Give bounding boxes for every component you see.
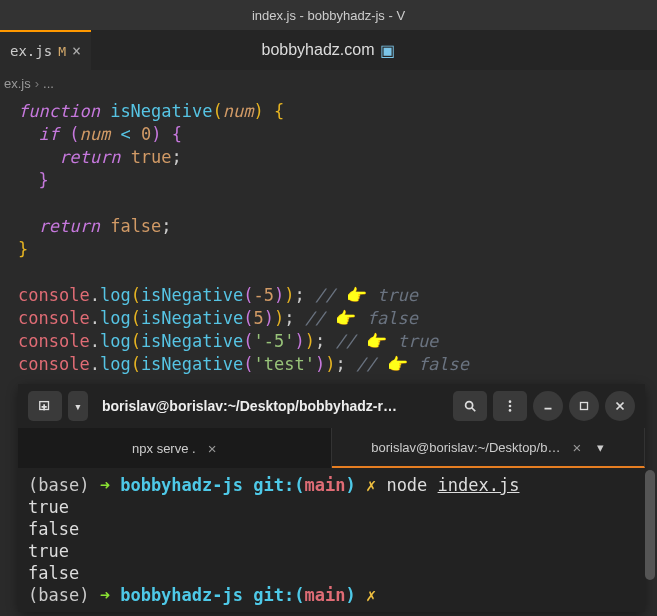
terminal-line: (base) ➜ bobbyhadz-js git:(main) ✗ node … bbox=[28, 474, 635, 496]
code-editor[interactable]: function isNegative(num) { if (num < 0) … bbox=[0, 96, 657, 380]
close-icon bbox=[613, 399, 627, 413]
tab-modified-badge: M bbox=[58, 44, 66, 59]
terminal-output: true bbox=[28, 540, 635, 562]
editor-tab-bar: ex.js M × bobbyhadz.com ▣ bbox=[0, 30, 657, 70]
scrollbar[interactable] bbox=[645, 470, 655, 580]
terminal-tab-bar: npx serve . × borislav@borislav:~/Deskto… bbox=[18, 428, 645, 468]
new-tab-icon bbox=[38, 399, 52, 413]
cube-icon: ▣ bbox=[380, 41, 395, 60]
close-window-button[interactable] bbox=[605, 391, 635, 421]
svg-rect-8 bbox=[545, 408, 552, 410]
svg-point-5 bbox=[509, 400, 512, 403]
chevron-down-icon: ▾ bbox=[74, 399, 82, 414]
terminal-tab-label: borislav@borislav:~/Desktop/b… bbox=[371, 440, 560, 455]
breadcrumb[interactable]: ex.js › ... bbox=[0, 70, 657, 96]
svg-point-7 bbox=[509, 409, 512, 412]
svg-rect-9 bbox=[581, 403, 588, 410]
search-button[interactable] bbox=[453, 391, 487, 421]
tab-filename: ex.js bbox=[10, 43, 52, 59]
watermark-text: bobbyhadz.com bbox=[262, 41, 375, 59]
breadcrumb-more: ... bbox=[43, 76, 54, 91]
maximize-button[interactable] bbox=[569, 391, 599, 421]
svg-point-6 bbox=[509, 405, 512, 408]
window-title: index.js - bobbyhadz-js - V bbox=[252, 8, 405, 23]
watermark: bobbyhadz.com ▣ bbox=[262, 41, 396, 60]
svg-line-4 bbox=[472, 408, 476, 412]
editor-tab[interactable]: ex.js M × bbox=[0, 30, 91, 70]
terminal-tab[interactable]: npx serve . × bbox=[18, 428, 332, 468]
chevron-down-icon[interactable]: ▾ bbox=[597, 440, 604, 455]
close-icon[interactable]: × bbox=[72, 42, 81, 60]
kebab-icon bbox=[503, 399, 517, 413]
terminal-line: (base) ➜ bobbyhadz-js git:(main) ✗ bbox=[28, 584, 635, 606]
breadcrumb-file: ex.js bbox=[4, 76, 31, 91]
terminal-tab-label: npx serve . bbox=[132, 441, 196, 456]
keyword-function: function bbox=[18, 101, 100, 121]
pointing-right-icon: 👉 bbox=[387, 354, 408, 374]
window-title-bar: index.js - bobbyhadz-js - V bbox=[0, 0, 657, 30]
terminal-tab[interactable]: borislav@borislav:~/Desktop/b… × ▾ bbox=[332, 428, 646, 468]
pointing-right-icon: 👉 bbox=[335, 308, 356, 328]
chevron-right-icon: › bbox=[35, 76, 39, 91]
search-icon bbox=[463, 399, 477, 413]
terminal-window: ▾ borislav@borislav:~/Desktop/bobbyhadz-… bbox=[18, 384, 645, 612]
menu-button[interactable] bbox=[493, 391, 527, 421]
svg-point-3 bbox=[466, 402, 473, 409]
minimize-button[interactable] bbox=[533, 391, 563, 421]
dropdown-button[interactable]: ▾ bbox=[68, 391, 88, 421]
svg-rect-2 bbox=[42, 406, 47, 408]
close-icon[interactable]: × bbox=[208, 440, 217, 457]
close-icon[interactable]: × bbox=[572, 439, 581, 456]
new-tab-button[interactable] bbox=[28, 391, 62, 421]
pointing-right-icon: 👉 bbox=[366, 331, 387, 351]
function-name: isNegative bbox=[110, 101, 212, 121]
terminal-output: true bbox=[28, 496, 635, 518]
terminal-output: false bbox=[28, 562, 635, 584]
pointing-right-icon: 👉 bbox=[346, 285, 367, 305]
terminal-title: borislav@borislav:~/Desktop/bobbyhadz-r… bbox=[94, 398, 447, 414]
maximize-icon bbox=[577, 399, 591, 413]
terminal-body[interactable]: (base) ➜ bobbyhadz-js git:(main) ✗ node … bbox=[18, 468, 645, 612]
terminal-titlebar: ▾ borislav@borislav:~/Desktop/bobbyhadz-… bbox=[18, 384, 645, 428]
terminal-output: false bbox=[28, 518, 635, 540]
minimize-icon bbox=[541, 399, 555, 413]
